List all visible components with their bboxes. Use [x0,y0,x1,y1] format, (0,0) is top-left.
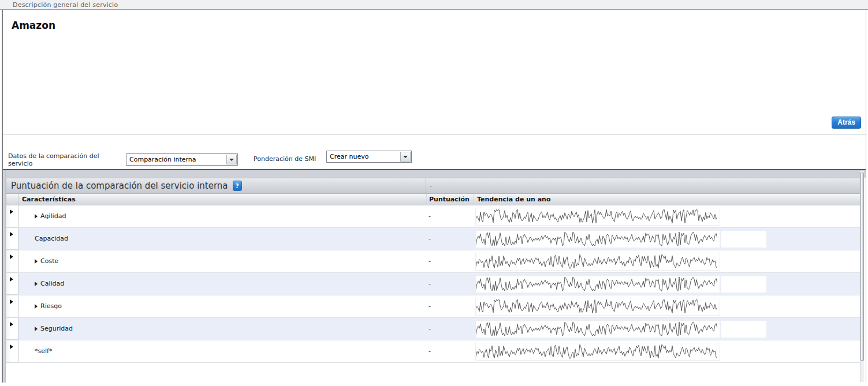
comparison-data-select[interactable]: Comparación interna [126,153,238,166]
characteristic-label: Riesgo [40,302,62,310]
page-frame: Amazon Atrás Datos de la comparación del… [2,10,866,383]
trend-sparkline [476,209,717,224]
characteristic-label: Capacidad [35,235,68,242]
smi-weighting-select[interactable]: Crear nuevo [326,151,412,163]
score-cell: - [426,228,473,250]
trend-cell [473,228,860,250]
empty-trend-box [721,321,766,338]
comparison-data-value: Comparación interna [126,156,226,163]
trend-cell [473,295,860,317]
row-expander-button[interactable] [6,340,18,362]
sparkline-box [475,230,720,248]
expand-triangle-icon[interactable] [35,304,38,309]
characteristic-cell[interactable]: Coste [18,250,426,272]
table-row[interactable]: Riesgo - [6,295,860,318]
table-row[interactable]: Calidad - [6,273,860,295]
scores-grid: Puntuación de la comparación del servici… [6,178,860,363]
characteristic-label: Calidad [40,280,64,287]
characteristic-cell[interactable]: Agilidad [18,205,426,227]
smi-weighting-value: Crear nuevo [327,153,400,160]
expander-arrow-icon [10,344,13,349]
table-row[interactable]: Capacidad - [6,228,860,250]
chevron-down-icon [229,159,234,161]
row-expander-button[interactable] [6,250,18,272]
smi-dropdown-button[interactable] [400,152,411,162]
expander-arrow-icon [10,322,13,327]
table-row[interactable]: Coste - [6,250,860,273]
page-title: Descripción general del servicio [13,1,118,9]
trend-sparkline [476,344,717,359]
expand-triangle-icon[interactable] [35,259,38,264]
comparison-data-label: Datos de la comparación del servicio [8,152,112,167]
smi-weighting-label: Ponderación de SMI [254,155,316,163]
row-expander-button[interactable] [6,205,18,227]
trend-sparkline [476,231,717,246]
row-expander-button[interactable] [6,295,18,317]
service-name: Amazon [12,20,55,31]
expand-triangle-icon[interactable] [35,214,38,219]
characteristic-cell[interactable]: Riesgo [18,295,426,317]
expander-arrow-icon [10,299,13,304]
characteristic-cell[interactable]: Seguridad [18,318,426,340]
sparkline-box [475,343,720,361]
expander-arrow-icon [10,277,13,282]
characteristic-cell[interactable]: *self* [18,340,426,362]
empty-trend-box [721,276,766,293]
controls-row: Datos de la comparación del servicio Com… [3,134,866,169]
column-header-row: Características Puntuación Tendencia de … [6,194,860,205]
table-body: Agilidad - Capacidad - Coste - Calidad -… [6,205,860,363]
sparkline-box [475,320,720,338]
back-button[interactable]: Atrás [832,117,861,129]
column-expander [6,194,18,205]
section-top-strip [6,170,866,178]
sparkline-box [475,208,720,226]
score-cell: - [426,250,473,272]
vertical-scrollbar[interactable] [860,171,864,382]
characteristic-cell[interactable]: Capacidad [18,228,426,250]
trend-sparkline [476,321,717,336]
score-cell: - [426,205,473,227]
column-trend: Tendencia de un año [473,194,860,205]
overall-score: - [426,178,860,193]
help-icon[interactable]: ? [233,181,242,191]
section-header: Puntuación de la comparación del servici… [6,178,860,194]
trend-sparkline [476,299,717,314]
trend-cell [473,273,860,295]
trend-cell [473,318,860,340]
row-expander-button[interactable] [6,318,18,340]
window-titlebar: Descripción general del servicio [0,0,868,10]
column-score: Puntuación [426,194,473,205]
expander-arrow-icon [10,209,13,214]
expand-triangle-icon[interactable] [35,327,38,331]
scores-section: Puntuación de la comparación del servici… [3,169,866,383]
characteristic-label: Seguridad [40,325,73,332]
characteristic-label: *self* [35,347,52,355]
trend-cell [473,340,860,362]
sparkline-box [475,275,720,293]
characteristic-cell[interactable]: Calidad [18,273,426,295]
chevron-down-icon [403,156,408,158]
column-characteristics: Características [18,194,426,205]
scrollbar-thumb[interactable] [860,173,864,361]
table-row[interactable]: *self* - [6,340,860,363]
expander-arrow-icon [10,232,13,237]
expander-arrow-icon [10,254,13,259]
service-overview-panel: Amazon Atrás [3,10,866,134]
comparison-dropdown-button[interactable] [226,155,237,164]
characteristic-label: Coste [40,257,58,265]
section-title: Puntuación de la comparación del servici… [11,181,228,191]
row-expander-button[interactable] [6,273,18,295]
sparkline-box [475,298,720,316]
trend-sparkline [476,254,717,269]
trend-cell [473,250,860,272]
score-cell: - [426,340,473,362]
expand-triangle-icon[interactable] [35,282,38,286]
characteristic-label: Agilidad [40,212,66,220]
empty-trend-box [721,231,766,248]
trend-sparkline [476,276,717,291]
score-cell: - [426,295,473,317]
score-cell: - [426,318,473,340]
table-row[interactable]: Seguridad - [6,318,860,340]
row-expander-button[interactable] [6,228,18,250]
table-row[interactable]: Agilidad - [6,205,860,228]
